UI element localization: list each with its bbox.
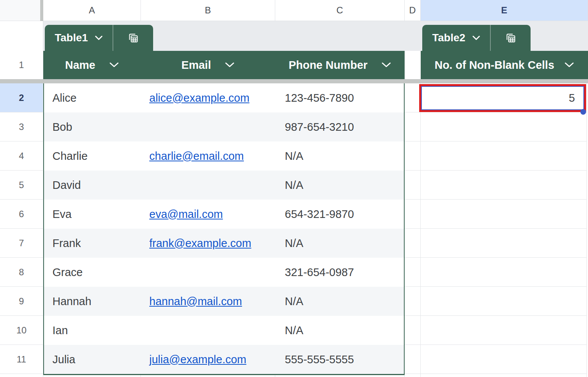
table1-body: Alice alice@example.com 123-456-7890 Bob… (43, 83, 405, 375)
column-header-c[interactable]: C (275, 0, 405, 21)
table-row: Hannah hannah@mail.com N/A (44, 287, 404, 316)
cell-phone[interactable]: N/A (275, 237, 404, 250)
fill-handle[interactable] (580, 109, 586, 115)
cell-name[interactable]: Julia (44, 353, 141, 366)
header-phone-label: Phone Number (289, 59, 368, 72)
cell-email[interactable]: eva@mail.com (141, 208, 275, 221)
cell-name[interactable]: Charlie (44, 150, 141, 162)
table1-header-name[interactable]: Name (43, 51, 141, 79)
table2-name: Table2 (432, 32, 466, 44)
table-row: Ian N/A (44, 316, 404, 345)
email-link[interactable]: eva@mail.com (149, 208, 223, 220)
column-header-a[interactable]: A (43, 0, 141, 21)
table1-chip[interactable]: Table1 (45, 25, 153, 51)
row-header-9[interactable]: 9 (0, 287, 43, 316)
email-link[interactable]: charlie@email.com (149, 150, 244, 162)
row-header-1[interactable]: 1 (0, 51, 43, 79)
cell-name[interactable]: Bob (44, 121, 141, 133)
cell-phone[interactable]: 987-654-3210 (275, 121, 404, 133)
row-header-2-selected[interactable]: 2 (0, 83, 43, 112)
table2-chip[interactable]: Table2 (422, 25, 531, 51)
header-name-label: Name (65, 59, 95, 72)
row-header-11[interactable]: 11 (0, 345, 43, 374)
cell-email[interactable]: hannah@mail.com (141, 295, 275, 308)
cell-name[interactable]: Frank (44, 237, 141, 250)
table-grid-icon (505, 32, 517, 44)
table-row: Grace 321-654-0987 (44, 258, 404, 287)
table-row: Bob 987-654-3210 (44, 112, 404, 141)
cell-name[interactable]: David (44, 179, 141, 192)
table1-header-email[interactable]: Email (141, 51, 275, 79)
gridline (586, 374, 587, 377)
frozen-row-divider[interactable] (0, 79, 588, 83)
table2-header[interactable]: No. of Non-Blank Cells (421, 51, 588, 79)
table-row: David N/A (44, 171, 404, 200)
row-header-7[interactable]: 7 (0, 229, 43, 258)
cell-phone[interactable]: N/A (275, 295, 404, 308)
table1-header-row: Name Email Phone Number (43, 51, 405, 79)
cell-phone[interactable]: N/A (275, 150, 404, 162)
table-row: Frank frank@example.com N/A (44, 229, 404, 258)
cell-name[interactable]: Eva (44, 208, 141, 221)
column-header-d[interactable]: D (405, 0, 421, 21)
email-link[interactable]: julia@example.com (149, 353, 246, 366)
row-header-10[interactable]: 10 (0, 316, 43, 345)
cell-name[interactable]: Ian (44, 324, 141, 337)
column-header-b[interactable]: B (141, 0, 275, 21)
cell-name[interactable]: Hannah (44, 295, 141, 308)
cell-name[interactable]: Alice (44, 92, 141, 104)
cell-phone[interactable]: N/A (275, 324, 404, 337)
cell-phone[interactable]: 123-456-7890 (275, 92, 404, 104)
row-header-gutter (0, 21, 43, 51)
row-header-3[interactable]: 3 (0, 112, 43, 141)
gridline (420, 374, 421, 377)
chevron-down-icon[interactable] (381, 62, 391, 68)
table1-header-phone[interactable]: Phone Number (275, 51, 405, 79)
cell-phone[interactable]: N/A (275, 179, 404, 192)
row-header-6[interactable]: 6 (0, 200, 43, 229)
frozen-column-divider[interactable] (40, 0, 43, 21)
spreadsheet: A B C D E Table1 Table2 (0, 0, 588, 377)
select-all-corner[interactable] (0, 0, 40, 21)
cell-email[interactable]: frank@example.com (141, 237, 275, 250)
table1-options-button[interactable] (113, 25, 153, 51)
selected-cell-e2[interactable]: 5 (421, 86, 584, 110)
cell-phone[interactable]: 654-321-9870 (275, 208, 404, 221)
table-row: Alice alice@example.com 123-456-7890 (44, 83, 404, 112)
table2-options-button[interactable] (491, 25, 531, 51)
email-link[interactable]: hannah@mail.com (149, 295, 242, 307)
annotation-red-box: 5 (419, 84, 586, 112)
table-row: Charlie charlie@email.com N/A (44, 141, 404, 171)
chevron-down-icon[interactable] (564, 62, 574, 68)
chevron-down-icon (95, 36, 103, 41)
row-header-12-partial[interactable] (0, 374, 43, 377)
email-link[interactable]: frank@example.com (149, 237, 251, 249)
chevron-down-icon[interactable] (109, 62, 119, 68)
row-header-8[interactable]: 8 (0, 258, 43, 287)
table1-name: Table1 (55, 32, 88, 44)
email-link[interactable]: alice@example.com (149, 92, 250, 104)
table1-name-button[interactable]: Table1 (45, 25, 113, 51)
row-header-4[interactable]: 4 (0, 141, 43, 171)
chevron-down-icon (472, 36, 480, 41)
cell-email[interactable]: alice@example.com (141, 92, 275, 104)
header-nonblank-label: No. of Non-Blank Cells (434, 59, 554, 72)
cell-email[interactable]: julia@example.com (141, 353, 275, 366)
column-header-e-selected[interactable]: E (421, 0, 588, 21)
cell-phone[interactable]: 555-555-5555 (275, 353, 404, 366)
column-e-cells[interactable] (421, 83, 587, 374)
row-header-5[interactable]: 5 (0, 171, 43, 200)
header-email-label: Email (181, 59, 211, 72)
table-row: Eva eva@mail.com 654-321-9870 (44, 200, 404, 229)
chevron-down-icon[interactable] (225, 62, 235, 68)
cell-name[interactable]: Grace (44, 266, 141, 279)
table-grid-icon (127, 32, 139, 44)
table-row: Julia julia@example.com 555-555-5555 (44, 345, 404, 374)
column-d-cells[interactable] (405, 83, 421, 374)
cell-phone[interactable]: 321-654-0987 (275, 266, 404, 279)
table2-name-button[interactable]: Table2 (422, 25, 490, 51)
cell-email[interactable]: charlie@email.com (141, 150, 275, 162)
